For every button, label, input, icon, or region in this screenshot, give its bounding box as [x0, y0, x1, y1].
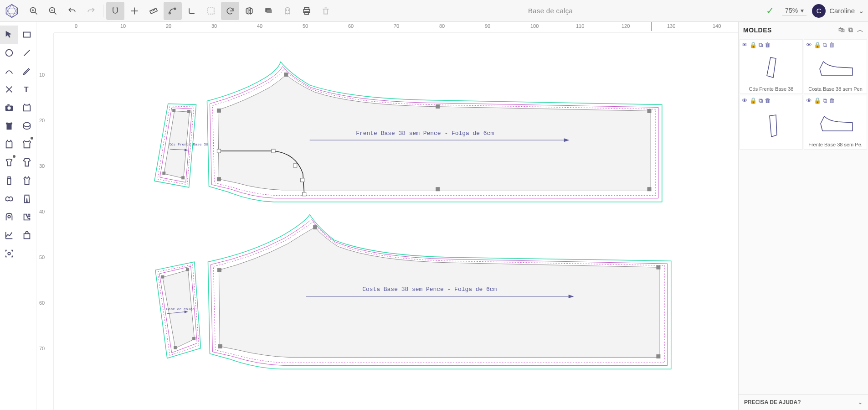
trash-icon[interactable]: 🗑	[765, 42, 770, 49]
eye-icon[interactable]: 👁	[806, 97, 812, 104]
molde-card[interactable]: 👁🔒⧉🗑 Costa Base 38 sem Pen	[804, 39, 867, 94]
zoom-out-button[interactable]	[44, 2, 62, 20]
pointer-tool[interactable]	[0, 26, 18, 44]
molde-card[interactable]: 👁🔒⧉🗑 Cós Frente Base 38	[740, 39, 803, 94]
copy-icon[interactable]: ⧉	[823, 97, 827, 104]
saved-check-icon: ✓	[766, 5, 774, 17]
svg-line-8	[54, 12, 56, 14]
svg-line-31	[24, 50, 30, 56]
horizontal-ruler: 0102030405060708090100110120130140	[54, 22, 738, 33]
shirt-tool[interactable]	[18, 135, 36, 153]
eye-icon[interactable]: 👁	[806, 42, 812, 49]
pattern-back-pants[interactable]: Costa Base 38 sem Pence - Folga de 6cm	[208, 215, 671, 369]
rectangle-tool[interactable]	[18, 26, 36, 44]
sleeve-tool[interactable]	[18, 153, 36, 171]
copy-icon[interactable]: ⧉	[759, 42, 763, 49]
svg-text:Frente Base 38 sem Pence - Fol: Frente Base 38 sem Pence - Folga de 6cm	[356, 130, 494, 137]
bra-tool[interactable]	[0, 190, 18, 208]
crosshair-button[interactable]	[125, 2, 144, 20]
ghost-button[interactable]	[278, 2, 297, 20]
vertical-ruler: 10203040506070	[36, 33, 54, 410]
empty-slot	[18, 244, 36, 263]
help-bar[interactable]: PRECISA DE AJUDA? ⌄	[739, 394, 868, 410]
measure-tape-tool[interactable]	[18, 117, 36, 135]
pants-tool[interactable]	[18, 190, 36, 208]
scan-tool[interactable]	[0, 244, 18, 263]
trash-icon[interactable]: 🗑	[765, 97, 770, 104]
puzzle-tool[interactable]	[18, 208, 36, 226]
svg-rect-61	[272, 149, 275, 153]
side-panel-header: MOLDES 🛍 ⧉ ︿	[739, 22, 868, 38]
svg-rect-82	[657, 265, 660, 269]
svg-rect-81	[218, 345, 222, 348]
camera-tool[interactable]	[0, 99, 18, 117]
molde-card[interactable]: 👁🔒⧉🗑	[740, 95, 803, 150]
lock-icon[interactable]: 🔒	[750, 42, 757, 49]
lock-icon[interactable]: 🔒	[750, 97, 757, 104]
eye-icon[interactable]: 👁	[742, 97, 748, 104]
eye-icon[interactable]: 👁	[742, 42, 748, 49]
lock-icon[interactable]: 🔒	[814, 97, 821, 104]
user-menu[interactable]: C Caroline ⌄	[812, 4, 864, 18]
molde-name: Frente Base 38 sem Pe.	[806, 142, 865, 147]
drawing-canvas[interactable]: Cós Frente Base 38	[54, 33, 738, 410]
document-title[interactable]: Base de calça	[336, 7, 765, 15]
collar-tool[interactable]	[0, 153, 18, 171]
zoom-dropdown[interactable]: 75% ▾	[782, 6, 806, 16]
molde-thumb	[758, 104, 785, 147]
select-area-button[interactable]	[202, 2, 220, 20]
pencil-tool[interactable]	[18, 62, 36, 80]
copy-icon[interactable]: ⧉	[759, 97, 763, 104]
panel-stack-icon[interactable]: ⧉	[848, 26, 853, 34]
svg-rect-53	[284, 73, 288, 77]
panel-bag-icon[interactable]: 🛍	[838, 26, 845, 34]
svg-point-24	[286, 10, 287, 10]
ruler-button[interactable]	[144, 2, 163, 20]
svg-marker-89	[770, 115, 777, 137]
pattern-waistband-front[interactable]: Cós Frente Base 38	[154, 104, 208, 187]
trash-icon[interactable]: 🗑	[829, 97, 835, 104]
svg-rect-77	[174, 347, 177, 349]
svg-text:Costa Base 38 sem Pence - Folg: Costa Base 38 sem Pence - Folga de 6cm	[362, 286, 497, 293]
vest-tool[interactable]	[18, 171, 36, 190]
pattern-waistband-back[interactable]: Base de calça	[155, 262, 201, 358]
trash-icon[interactable]: 🗑	[829, 42, 835, 49]
copy-icon[interactable]: ⧉	[823, 42, 827, 49]
molde-card[interactable]: 👁🔒⧉🗑 Frente Base 38 sem Pe.	[804, 95, 867, 150]
tank-tool[interactable]	[0, 135, 18, 153]
snap-magnet-button[interactable]	[106, 2, 124, 20]
svg-rect-23	[267, 9, 272, 13]
curve-tool[interactable]	[0, 62, 18, 80]
text-tool[interactable]: T	[18, 80, 36, 99]
svg-rect-63	[301, 178, 304, 182]
line-tool[interactable]	[18, 44, 36, 62]
rotate-button[interactable]	[221, 2, 239, 20]
pattern-piece-tool[interactable]	[18, 99, 36, 117]
layers-button[interactable]	[259, 2, 277, 20]
svg-text:Cós Frente Base 38: Cós Frente Base 38	[169, 142, 208, 146]
curve-node-button[interactable]	[164, 2, 182, 20]
canvas-area[interactable]: 0102030405060708090100110120130140 10203…	[36, 22, 738, 410]
svg-rect-59	[647, 187, 651, 191]
circle-tool[interactable]	[0, 44, 18, 62]
delete-button[interactable]	[317, 2, 335, 20]
close-tool[interactable]	[0, 80, 18, 99]
hood-tool[interactable]	[0, 208, 18, 226]
lock-icon[interactable]: 🔒	[814, 42, 821, 49]
svg-marker-2	[6, 8, 17, 17]
corner-button[interactable]	[183, 2, 201, 20]
chart-tool[interactable]	[0, 226, 18, 244]
panel-collapse-icon[interactable]: ︿	[857, 26, 864, 34]
undo-button[interactable]	[63, 2, 81, 20]
pattern-front-pants[interactable]: Frente Base 38 sem Pence - Folga de 6cm	[207, 62, 662, 202]
redo-button[interactable]	[82, 2, 100, 20]
molde-name: Cós Frente Base 38	[742, 86, 801, 92]
bottle-tool[interactable]	[0, 171, 18, 190]
molde-thumb	[758, 49, 785, 86]
bag-tool[interactable]	[18, 226, 36, 244]
print-button[interactable]	[298, 2, 316, 20]
zoom-in-button[interactable]	[25, 2, 43, 20]
bodice-tool[interactable]	[0, 117, 18, 135]
left-toolbox: T	[0, 22, 36, 410]
mirror-button[interactable]	[240, 2, 258, 20]
